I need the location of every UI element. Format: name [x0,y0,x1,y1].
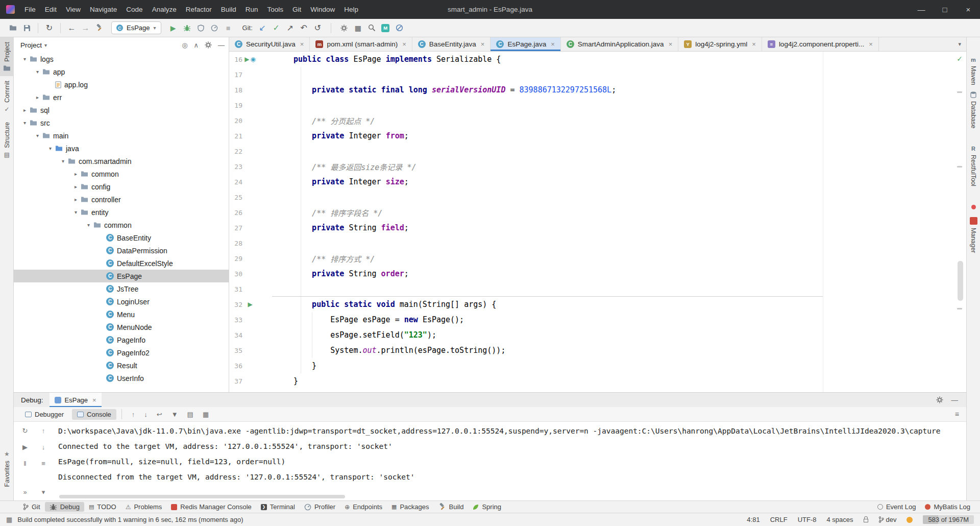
chevron-down-icon[interactable]: ▾ [46,146,54,151]
code-line-26[interactable]: 26 /** 排序字段名 */ [229,205,966,220]
code-line-36[interactable]: 36 } [229,358,966,373]
toolwindow-packages[interactable]: ▦Packages [387,502,434,512]
settings-icon[interactable] [205,41,212,49]
code-line-35[interactable]: 35 System.out.println(esPage.toString())… [229,343,966,358]
close-icon[interactable]: × [869,40,873,48]
chevron-down-icon[interactable]: ▾ [44,42,47,48]
code-line-27[interactable]: 27 private String field; [229,220,966,235]
chevron-right-icon[interactable]: ▸ [72,197,80,202]
pause-icon[interactable]: ‖ [20,460,30,467]
close-icon[interactable]: × [752,40,756,48]
sync-icon[interactable]: ↻ [42,21,56,35]
close-icon[interactable]: × [300,40,304,48]
menu-help[interactable]: Help [339,0,363,19]
code-line-22[interactable]: 22 [229,144,966,159]
memory-indicator[interactable]: 583 of 1967M [923,515,974,524]
chevron-down-icon[interactable]: ▾ [59,158,67,164]
toolwindow-build[interactable]: Build [434,502,469,512]
tree-item-pageinfo2[interactable]: CPageInfo2 [14,346,229,359]
commit-icon[interactable]: ✓ [270,21,283,35]
menu-run[interactable]: Run [241,0,263,19]
resume-icon[interactable]: ▶ [20,443,30,451]
tree-item-espage[interactable]: CEsPage [14,270,229,282]
tree-item-baseentity[interactable]: CBaseEntity [14,231,229,244]
tree-item-app-log[interactable]: app.log [14,78,229,91]
stripe-restfultool[interactable]: RRestfulTool [967,146,980,186]
code-line-18[interactable]: 18 private static final long serialVersi… [229,82,966,98]
menu-navigate[interactable]: Navigate [85,0,121,19]
close-icon[interactable]: × [402,40,406,48]
code-line-25[interactable]: 25 [229,189,966,205]
run-icon[interactable]: ▶ [248,301,252,308]
code-line-31[interactable]: 31 [229,281,966,297]
toolwindow-todo[interactable]: ▤TODO [84,502,121,512]
plugin-block-icon[interactable] [393,21,406,35]
down-icon[interactable]: ↓ [38,443,48,451]
tool-window-switcher-icon[interactable]: ▦ [6,516,12,523]
code-line-33[interactable]: 33 EsPage esPage = new EsPage(); [229,312,966,327]
code-line-30[interactable]: 30 private String order; [229,266,966,281]
hide-panel-icon[interactable]: — [951,396,959,404]
menu-analyze[interactable]: Analyze [148,0,181,19]
tab-securityutil-java[interactable]: CSecurityUtil.java× [229,37,310,51]
chevron-right-icon[interactable]: ▸ [21,107,29,113]
tree-item-menu[interactable]: CMenu [14,308,229,321]
notifications-icon[interactable] [906,517,913,523]
chevron-right-icon[interactable]: ▸ [72,171,80,177]
maximize-button[interactable]: □ [933,0,957,19]
close-icon[interactable]: × [92,396,96,404]
save-icon[interactable] [20,21,34,35]
toolwindow-event-log[interactable]: Event Log [873,502,921,512]
stripe-project[interactable]: Project [0,37,14,76]
up-stack-icon[interactable]: ↑ [127,411,140,418]
collapse-icon[interactable]: ▾ [38,488,48,496]
more-icon[interactable]: » [20,488,30,496]
tab-smartadminapplication-java[interactable]: CSmartAdminApplication.java× [561,37,678,51]
tree-item-datapermission[interactable]: CDataPermission [14,244,229,257]
toolwindow-debug[interactable]: Debug [45,502,84,512]
console-output[interactable]: D:\workspace\Java\jdk-11.0.7\bin\java.ex… [58,422,966,500]
up-icon[interactable]: ↑ [38,427,48,435]
code-line-32[interactable]: 32▶ public static void main(String[] arg… [229,297,966,312]
forward-icon[interactable]: → [79,21,92,35]
debug-tab-debugger[interactable]: Debugger [20,409,69,420]
caret-position[interactable]: 4:81 [747,516,760,523]
tree-item-pageinfo[interactable]: CPageInfo [14,333,229,346]
code-line-20[interactable]: 20 /** 分页起点 */ [229,113,966,128]
tree-item-entity[interactable]: ▾entity [14,206,229,219]
close-button[interactable]: × [957,0,980,19]
toolwindow-terminal[interactable]: ❯Terminal [256,502,300,512]
tree-item-controller[interactable]: ▸controller [14,193,229,206]
toolwindow-endpoints[interactable]: ⊕Endpoints [340,502,387,512]
code-line-16[interactable]: 16▶◉public class EsPage implements Seria… [229,52,966,67]
settings-icon[interactable] [337,21,351,35]
menu-window[interactable]: Window [306,0,339,19]
profiler-icon[interactable] [208,21,222,35]
close-icon[interactable]: × [551,40,555,48]
toolwindow-redis-manager-console[interactable]: Redis Manager Console [166,502,256,512]
plugin-notification-icon[interactable] [967,205,980,209]
tree-item-menunode[interactable]: CMenuNode [14,321,229,333]
toolwindow-profiler[interactable]: Profiler [300,502,340,512]
layout-settings-icon[interactable]: ≡ [955,410,966,418]
toolwindow-mybatis-log[interactable]: MyBatis Log [920,502,975,512]
encoding[interactable]: UTF-8 [798,516,817,523]
rerun-icon[interactable]: ↻ [20,427,30,435]
indent-setting[interactable]: 4 spaces [826,516,853,523]
hidden-tabs-icon[interactable]: ▾ [953,41,966,47]
plugin-m-icon[interactable]: M [379,21,393,35]
menu-git[interactable]: Git [288,0,306,19]
stop-icon[interactable]: ■ [222,21,235,35]
down-stack-icon[interactable]: ↓ [139,411,152,418]
debug-tab-console[interactable]: Console [72,409,116,420]
hide-panel-icon[interactable]: — [218,41,225,49]
code-editor[interactable]: ✓ 16▶◉public class EsPage implements Ser… [229,52,966,392]
run-icon[interactable]: ▶ [244,56,249,63]
chevron-down-icon[interactable]: ▾ [34,133,41,138]
stripe-structure[interactable]: Structure▤ [0,117,14,163]
menu-code[interactable]: Code [121,0,147,19]
collapse-all-icon[interactable]: ∧ [193,41,199,49]
print-icon[interactable]: ▤ [183,411,198,418]
tree-item-common[interactable]: ▾common [14,219,229,231]
structure-icon[interactable]: ▦ [351,21,365,35]
